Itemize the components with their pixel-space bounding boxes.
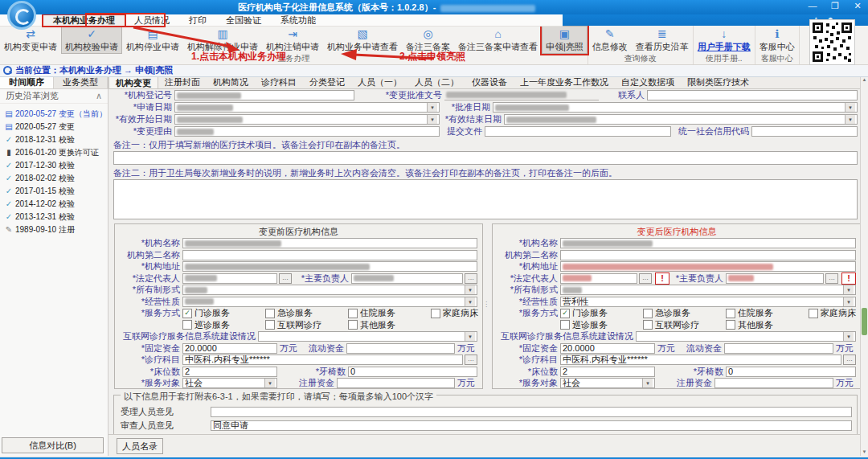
before-internet-system-select[interactable] <box>258 331 477 342</box>
valid-end-input[interactable] <box>504 114 858 125</box>
history-item[interactable]: ✓2014-12-02 校验 <box>4 198 108 211</box>
valid-start-input[interactable] <box>174 114 440 125</box>
vertical-scrollbar[interactable]: ▲ ▼ <box>860 76 868 456</box>
dropdown-arrow-icon[interactable] <box>465 297 475 306</box>
sidebar-tab-time-order[interactable]: 时间顺序 <box>0 76 54 88</box>
tab-last-year-work[interactable]: 上一年度业务工作数况 <box>514 76 615 88</box>
after-org-name-input[interactable] <box>560 238 856 248</box>
checkbox-inpatient[interactable] <box>726 309 735 318</box>
after-fixed-capital-input[interactable]: 20.0000 <box>560 343 655 354</box>
checkbox-other-service[interactable] <box>348 320 358 330</box>
after-address-input[interactable] <box>560 261 856 272</box>
principal-picker-button[interactable] <box>465 273 477 284</box>
org-verify-apply-button[interactable]: ✓ 机构校验申请 <box>61 26 122 54</box>
after-ownership-select[interactable] <box>560 285 856 295</box>
service-center-button[interactable]: ℹ 客服中心 <box>755 26 799 54</box>
dropdown-arrow-icon[interactable] <box>843 332 854 341</box>
org-business-view-button[interactable]: ▧ 机构业务申请查看 <box>323 26 402 54</box>
dropdown-arrow-icon[interactable] <box>264 379 275 387</box>
after-internet-system-select[interactable] <box>636 331 856 342</box>
before-beds-input[interactable]: 2 <box>182 367 277 377</box>
dropdown-arrow-icon[interactable] <box>843 285 854 294</box>
before-fixed-capital-input[interactable]: 20.0000 <box>182 343 277 354</box>
history-item[interactable]: ▤2020-05-27 变更 <box>4 121 108 133</box>
after-target-select[interactable]: 社会 <box>560 378 655 388</box>
dropdown-arrow-icon[interactable] <box>465 285 475 294</box>
dropdown-arrow-icon[interactable] <box>427 103 437 112</box>
tab-treatment-subjects[interactable]: 诊疗科目 <box>255 76 303 88</box>
checkbox-outpatient[interactable] <box>560 309 570 318</box>
checkbox-emergency[interactable] <box>265 309 275 318</box>
checkbox-touring[interactable] <box>182 320 192 330</box>
checkbox-internet-care[interactable] <box>643 320 653 330</box>
menu-item-print[interactable]: 打印 <box>179 15 216 26</box>
checkbox-other-service[interactable] <box>726 320 735 330</box>
before-reg-capital-input[interactable] <box>337 378 455 388</box>
after-second-name-input[interactable] <box>560 250 856 260</box>
before-legal-rep-input[interactable] <box>182 273 277 284</box>
after-beds-input[interactable]: 2 <box>560 367 655 377</box>
before-second-name-input[interactable] <box>182 250 477 260</box>
change-doc-input[interactable] <box>444 90 599 100</box>
checkbox-family-bed[interactable] <box>431 309 440 318</box>
panel-splitter[interactable]: ⋮ <box>483 301 489 308</box>
after-legal-rep-input[interactable] <box>560 273 637 284</box>
checkbox-inpatient[interactable] <box>348 309 358 318</box>
tab-restricted-tech[interactable]: 限制类医疗技术 <box>681 76 755 88</box>
dropdown-arrow-icon[interactable] <box>465 332 475 341</box>
dropdown-arrow-icon[interactable] <box>845 103 855 112</box>
history-item[interactable]: ✓2017-12-30 校验 <box>4 159 108 172</box>
before-subjects-input[interactable]: 中医科.内科专业****** <box>182 354 463 365</box>
tab-personnel-2[interactable]: 人员（二） <box>408 76 465 88</box>
history-item[interactable]: ✓2013-12-31 校验 <box>4 211 108 223</box>
before-org-name-input[interactable] <box>182 238 477 248</box>
checkbox-outpatient[interactable] <box>182 309 192 318</box>
history-view-button[interactable]: ≣ 查看历史沿革 <box>632 26 693 54</box>
approve-date-input[interactable] <box>493 102 858 113</box>
contact-input[interactable] <box>647 90 858 100</box>
license-claim-button[interactable]: ▣ 申领|亮照 <box>542 26 588 54</box>
submit-file-input[interactable] <box>485 126 671 137</box>
manual-download-button[interactable]: ↓ 用户手册下载 <box>694 26 755 54</box>
before-nature-select[interactable] <box>182 297 477 307</box>
before-address-input[interactable] <box>182 261 477 272</box>
scroll-down-icon[interactable]: ▼ <box>861 449 868 456</box>
after-reg-capital-input[interactable] <box>714 378 833 388</box>
change-reason-input[interactable] <box>174 126 440 137</box>
after-principal-input[interactable] <box>726 273 824 284</box>
scroll-up-icon[interactable]: ▲ <box>861 76 868 84</box>
credit-code-input[interactable] <box>751 126 858 137</box>
before-ownership-select[interactable] <box>182 285 477 295</box>
info-compare-button[interactable]: 信息对比(B) <box>2 437 104 453</box>
legal-rep-picker-button[interactable] <box>279 273 292 284</box>
subjects-picker-button[interactable] <box>465 354 477 365</box>
after-chairs-input[interactable]: 0 <box>726 367 856 377</box>
remark3-filing-view-button[interactable]: ⌂ 备注三备案申请查看 <box>454 26 542 54</box>
acceptor-opinion-input[interactable] <box>211 407 852 417</box>
menu-item-personnel[interactable]: 人员情况 <box>125 15 179 26</box>
apply-date-input[interactable] <box>174 102 440 113</box>
after-subjects-input[interactable]: 中医科.内科专业****** <box>560 354 841 365</box>
dropdown-arrow-icon[interactable] <box>427 115 437 124</box>
note2-textarea[interactable] <box>113 179 858 219</box>
after-current-capital-input[interactable] <box>724 343 833 354</box>
minimize-button[interactable]: — <box>807 1 818 11</box>
history-item[interactable]: ✓2017-01-15 校验 <box>4 185 108 198</box>
collapse-section-icon[interactable]: ∧ <box>96 89 102 103</box>
principal-picker-button[interactable] <box>825 273 838 284</box>
tab-classification[interactable]: 分类登记 <box>303 76 351 88</box>
checkbox-emergency[interactable] <box>643 309 653 318</box>
reg-no-input[interactable] <box>174 90 354 100</box>
menu-item-system[interactable]: 系统功能 <box>271 15 326 26</box>
org-change-apply-button[interactable]: ⇄ 机构变更申请 <box>0 26 61 54</box>
sidebar-tab-business-type[interactable]: 业务类型 <box>54 76 108 88</box>
reviewer-opinion-input[interactable]: 同意申请 <box>211 420 852 431</box>
tab-org-brief[interactable]: 机构简况 <box>207 76 255 88</box>
note1-textarea[interactable] <box>113 151 858 165</box>
info-modify-button[interactable]: ✎ 信息修改 <box>588 26 632 54</box>
dropdown-arrow-icon[interactable] <box>843 297 854 306</box>
after-nature-select[interactable]: 营利性 <box>560 297 856 307</box>
menu-item-org-business[interactable]: 本机构业务办理 <box>43 15 125 26</box>
tab-equipment[interactable]: 仪器设备 <box>465 76 514 88</box>
dropdown-arrow-icon[interactable] <box>642 379 653 387</box>
